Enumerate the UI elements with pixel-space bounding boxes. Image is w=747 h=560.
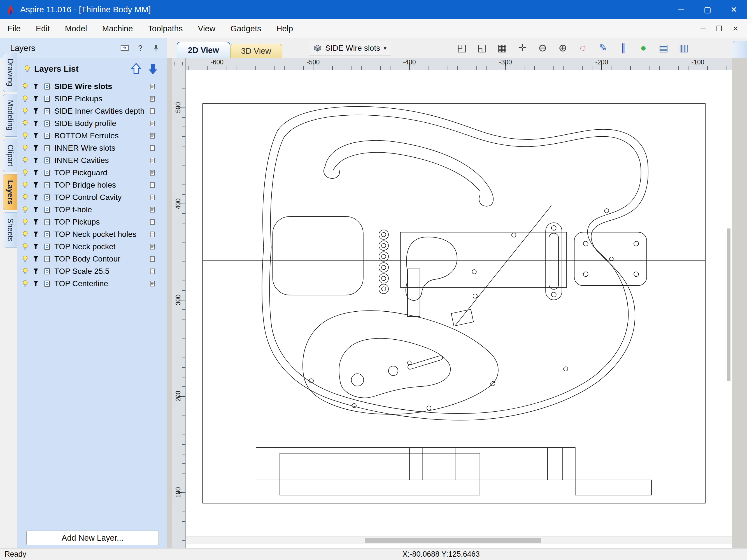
zoom-in-icon[interactable]: ⊕ <box>556 41 570 55</box>
menu-machine[interactable]: Machine <box>95 19 140 38</box>
layer-color-icon[interactable] <box>44 206 50 213</box>
layer-properties-icon[interactable] <box>149 256 155 262</box>
maximize-button[interactable]: ▢ <box>694 0 721 19</box>
layer-visibility-bulb-icon[interactable] <box>22 157 29 164</box>
mdi-minimize-button[interactable]: ─ <box>695 22 711 35</box>
layer-properties-icon[interactable] <box>149 231 155 238</box>
layer-row[interactable]: TOP Centerline <box>17 277 166 290</box>
layer-properties-icon[interactable] <box>149 169 155 176</box>
layer-name[interactable]: TOP Centerline <box>54 279 108 288</box>
layer-row[interactable]: SIDE Wire slots <box>17 80 166 93</box>
layer-visibility-bulb-icon[interactable] <box>22 144 29 152</box>
layer-name[interactable]: SIDE Pickups <box>54 95 102 103</box>
layer-toolpath-arrow-icon[interactable] <box>32 218 39 226</box>
layer-row[interactable]: TOP Control Cavity <box>17 191 166 204</box>
layer-color-icon[interactable] <box>44 144 50 152</box>
layer-row[interactable]: INNER Cavities <box>17 154 166 167</box>
layer-visibility-bulb-icon[interactable] <box>22 132 29 140</box>
layer-toolpath-arrow-icon[interactable] <box>32 243 39 250</box>
layer-toolpath-arrow-icon[interactable] <box>32 132 39 139</box>
tab-sheets[interactable]: Sheets <box>3 212 17 247</box>
layer-visibility-bulb-icon[interactable] <box>22 193 29 201</box>
layer-row[interactable]: TOP Neck pocket holes <box>17 228 166 241</box>
layer-name[interactable]: TOP Pickguard <box>54 168 107 177</box>
layer-properties-icon[interactable] <box>149 280 155 287</box>
move-layer-up-button[interactable] <box>130 62 143 76</box>
tab-modeling[interactable]: Modeling <box>3 94 17 137</box>
mdi-restore-button[interactable]: ❐ <box>712 22 727 35</box>
horizontal-scrollbar-track[interactable] <box>186 536 732 544</box>
menu-view[interactable]: View <box>190 19 223 38</box>
layer-visibility-bulb-icon[interactable] <box>22 243 29 250</box>
layer-name[interactable]: SIDE Body profile <box>54 119 116 128</box>
layer-properties-icon[interactable] <box>149 132 155 139</box>
layer-color-icon[interactable] <box>44 157 50 164</box>
layer-name[interactable]: TOP Control Cavity <box>54 193 122 202</box>
layer-name[interactable]: TOP Scale 25.5 <box>54 267 109 276</box>
layer-properties-icon[interactable] <box>149 83 155 90</box>
layer-toolpath-arrow-icon[interactable] <box>32 83 39 90</box>
layer-row[interactable]: INNER Wire slots <box>17 142 166 154</box>
menu-toolpaths[interactable]: Toolpaths <box>140 19 190 38</box>
layer-color-icon[interactable] <box>44 95 50 103</box>
layer-color-icon[interactable] <box>44 182 50 189</box>
tab-drawing[interactable]: Drawing <box>3 53 17 92</box>
layer-name[interactable]: INNER Cavities <box>54 156 109 165</box>
menu-edit[interactable]: Edit <box>28 19 57 38</box>
layer-properties-icon[interactable] <box>149 206 155 213</box>
layer-properties-icon[interactable] <box>149 157 155 164</box>
layer-properties-icon[interactable] <box>149 219 155 225</box>
layer-row[interactable]: TOP Pickups <box>17 216 166 228</box>
layer-color-icon[interactable] <box>44 169 50 177</box>
layer-color-icon[interactable] <box>44 194 50 201</box>
layer-properties-icon[interactable] <box>149 182 155 188</box>
zoom-to-drawing-icon[interactable]: ◱ <box>475 41 489 55</box>
layer-visibility-bulb-icon[interactable] <box>22 181 29 189</box>
layer-color-icon[interactable] <box>44 120 50 127</box>
layer-visibility-bulb-icon[interactable] <box>22 231 29 238</box>
active-layer-dropdown[interactable]: SIDE Wire slots ▾ <box>309 41 391 55</box>
layer-toolpath-arrow-icon[interactable] <box>32 268 39 275</box>
menu-file[interactable]: File <box>0 19 28 38</box>
layer-row[interactable]: TOP Bridge holes <box>17 179 166 191</box>
layer-properties-icon[interactable] <box>149 96 155 102</box>
layer-row[interactable]: TOP Neck pocket <box>17 241 166 253</box>
help-icon[interactable]: ? <box>135 43 146 54</box>
layer-visibility-bulb-icon[interactable] <box>22 267 29 275</box>
layer-toolpath-arrow-icon[interactable] <box>32 108 39 115</box>
zoom-window-icon[interactable]: ◌ <box>575 41 590 55</box>
tile-vertical-icon[interactable]: ▥ <box>676 41 691 55</box>
layer-row[interactable]: BOTTOM Ferrules <box>17 130 166 142</box>
layer-name[interactable]: TOP f-hole <box>54 205 92 214</box>
layer-toolpath-arrow-icon[interactable] <box>32 95 39 103</box>
layer-row[interactable]: TOP Pickguard <box>17 167 166 179</box>
mdi-close-button[interactable]: ✕ <box>728 22 743 35</box>
layer-toolpath-arrow-icon[interactable] <box>32 280 39 287</box>
menu-model[interactable]: Model <box>57 19 95 38</box>
drawing-canvas[interactable] <box>186 70 732 549</box>
layer-row[interactable]: SIDE Pickups <box>17 93 166 105</box>
snap-grid-icon[interactable]: ▦ <box>495 41 510 55</box>
layer-row[interactable]: TOP Body Contour <box>17 253 166 265</box>
layer-visibility-bulb-icon[interactable] <box>22 255 29 263</box>
move-layer-down-button[interactable] <box>147 62 159 76</box>
layer-name[interactable]: SIDE Inner Cavities depth <box>54 107 145 116</box>
layer-properties-icon[interactable] <box>149 268 155 275</box>
layer-visibility-bulb-icon[interactable] <box>22 206 29 214</box>
minimize-button[interactable]: ─ <box>668 0 694 19</box>
layer-name[interactable]: INNER Wire slots <box>54 144 115 153</box>
layer-color-icon[interactable] <box>44 256 50 263</box>
layer-name[interactable]: TOP Body Contour <box>54 255 121 264</box>
layer-color-icon[interactable] <box>44 132 50 139</box>
zoom-out-icon[interactable]: ⊖ <box>535 41 550 55</box>
layer-toolpath-arrow-icon[interactable] <box>32 231 39 238</box>
layer-row[interactable]: SIDE Body profile <box>17 117 166 130</box>
layer-visibility-bulb-icon[interactable] <box>22 119 29 127</box>
snap-guides-icon[interactable]: ∥ <box>616 41 630 55</box>
layer-color-icon[interactable] <box>44 108 50 115</box>
zoom-to-selection-icon[interactable]: ◰ <box>455 41 469 55</box>
layer-properties-icon[interactable] <box>149 243 155 250</box>
layer-properties-icon[interactable] <box>149 120 155 127</box>
vertical-scrollbar[interactable] <box>727 229 730 381</box>
tile-horizontal-icon[interactable]: ▤ <box>656 41 671 55</box>
